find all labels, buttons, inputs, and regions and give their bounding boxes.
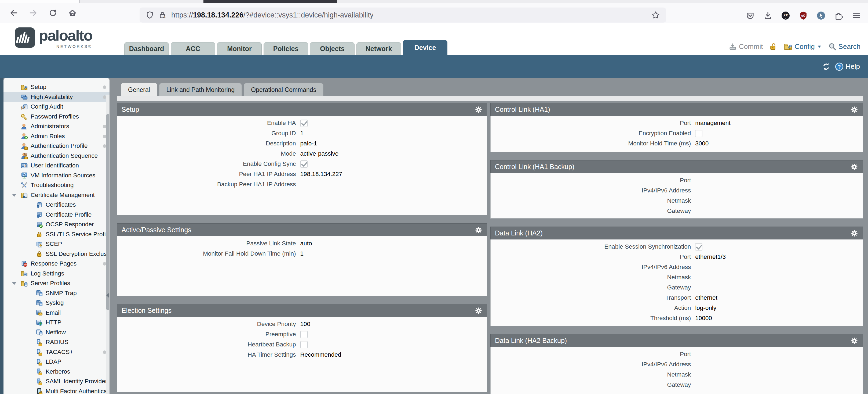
nav-tab-monitor[interactable]: Monitor bbox=[217, 42, 262, 55]
field-row: IPv4/IPv6 Address bbox=[491, 186, 863, 196]
sidebar-scrollbar-thumb[interactable] bbox=[106, 114, 109, 310]
sidebar-item-ocsp-responder[interactable]: OCSP Responder bbox=[3, 220, 110, 229]
field-label: Port bbox=[491, 253, 695, 260]
field-label: IPv4/IPv6 Address bbox=[491, 361, 695, 368]
gear-icon[interactable] bbox=[474, 307, 483, 315]
gear-icon[interactable] bbox=[474, 226, 483, 234]
field-row: Heartbeat Backup bbox=[117, 339, 487, 350]
lock-warning-icon[interactable]: ! bbox=[158, 11, 167, 19]
sidebar-item-netflow[interactable]: Netflow bbox=[3, 328, 110, 338]
ublock-icon[interactable]: uO bbox=[799, 11, 808, 20]
sidebar-item-certificate-profile[interactable]: Certificate Profile bbox=[3, 210, 110, 220]
panel-setup: SetupEnable HAGroup ID1Descriptionpalo-1… bbox=[117, 103, 487, 215]
gear-icon[interactable] bbox=[850, 163, 858, 171]
gear-icon[interactable] bbox=[850, 337, 858, 345]
sidebar-collapse-arrow[interactable] bbox=[106, 293, 109, 298]
home-icon[interactable] bbox=[67, 7, 78, 19]
sidebar-item-snmp-trap[interactable]: SNMP Trap bbox=[3, 288, 110, 298]
sidebar-item-user-identification[interactable]: User Identification bbox=[3, 161, 110, 171]
gear-icon[interactable] bbox=[850, 106, 858, 114]
sidebar-item-syslog[interactable]: Syslog bbox=[3, 298, 110, 308]
gear-icon[interactable] bbox=[474, 106, 483, 114]
tree-expander-icon[interactable] bbox=[12, 282, 17, 285]
field-label: Gateway bbox=[491, 382, 695, 388]
sidebar-item-certificates[interactable]: Certificates bbox=[3, 200, 110, 210]
content-tab-link-and-path-monitoring[interactable]: Link and Path Monitoring bbox=[159, 83, 242, 96]
pocket-icon[interactable] bbox=[746, 11, 755, 20]
nav-tab-objects[interactable]: Objects bbox=[310, 42, 354, 55]
sidebar-item-ldap[interactable]: LDAP bbox=[3, 357, 110, 367]
checkbox-enable-config-sync[interactable] bbox=[300, 161, 308, 168]
bookmark-star-icon[interactable] bbox=[651, 10, 660, 20]
sidebar-item-password-profiles[interactable]: Password Profiles bbox=[3, 112, 110, 122]
audit-icon bbox=[21, 103, 28, 110]
sidebar-item-saml-identity-provider[interactable]: SAML Identity Provider bbox=[3, 376, 110, 387]
main-pane: GeneralLink and Path MonitoringOperation… bbox=[117, 78, 863, 394]
sidebar-item-log-settings[interactable]: Log Settings bbox=[3, 269, 110, 279]
commit-icon bbox=[729, 43, 737, 51]
sidebar-item-server-profiles[interactable]: Server Profiles bbox=[3, 278, 110, 288]
sidebar-item-authentication-profile[interactable]: Authentication Profile bbox=[3, 141, 110, 151]
download-icon[interactable] bbox=[763, 11, 772, 20]
sidebar-item-label: Certificate Management bbox=[31, 192, 95, 199]
field-row: IPv4/IPv6 Address bbox=[491, 262, 863, 272]
field-value: ethernet bbox=[695, 294, 717, 301]
nav-tab-network[interactable]: Network bbox=[356, 42, 401, 55]
sidebar-item-http[interactable]: HTTP bbox=[3, 318, 110, 328]
url-bar[interactable]: ! https://198.18.134.226/?#device::vsys1… bbox=[140, 7, 666, 23]
checkbox-enable-ha[interactable] bbox=[300, 120, 308, 127]
checkbox-preemptive[interactable] bbox=[300, 331, 308, 338]
sidebar-item-admin-roles[interactable]: Admin Roles bbox=[3, 132, 110, 141]
checkbox-heartbeat-backup[interactable] bbox=[300, 341, 308, 348]
sidebar-item-kerberos[interactable]: Kerberos bbox=[3, 367, 110, 377]
tree-expander-icon[interactable] bbox=[12, 194, 17, 197]
nav-tab-dashboard[interactable]: Dashboard bbox=[124, 42, 169, 55]
sidebar-item-troubleshooting[interactable]: Troubleshooting bbox=[3, 180, 110, 190]
back-icon[interactable] bbox=[8, 7, 19, 19]
permissions-shield-icon[interactable] bbox=[146, 11, 154, 19]
sidebar-item-tacacs-[interactable]: TACACS+ bbox=[3, 347, 110, 357]
checkbox-encryption-enabled[interactable] bbox=[695, 130, 703, 137]
nav-tab-policies[interactable]: Policies bbox=[264, 42, 308, 55]
field-value: 198.18.134.227 bbox=[300, 171, 342, 178]
field-label: Enable Config Sync bbox=[117, 161, 300, 167]
config-menu-button[interactable]: Config bbox=[784, 42, 822, 51]
sidebar-item-certificate-management[interactable]: Certificate Management bbox=[3, 190, 110, 200]
nav-tab-acc[interactable]: ACC bbox=[171, 42, 215, 55]
sidebar-item-radius[interactable]: RADIUS bbox=[3, 337, 110, 347]
checkbox-enable-session-synchronization[interactable] bbox=[695, 243, 703, 251]
extension-dark-icon[interactable]: XXx bbox=[781, 11, 790, 20]
panel-body: Enable Session SynchronizationPortethern… bbox=[490, 240, 863, 326]
gear-icon[interactable] bbox=[850, 229, 858, 237]
puzzle-icon[interactable] bbox=[834, 11, 843, 20]
sidebar-item-config-audit[interactable]: Config Audit bbox=[3, 102, 110, 112]
sidebar-item-email[interactable]: Email bbox=[3, 308, 110, 318]
search-button[interactable]: Search bbox=[828, 43, 861, 51]
sidebar-item-setup[interactable]: Setup bbox=[3, 82, 110, 92]
content-tab-general[interactable]: General bbox=[121, 83, 157, 96]
nav-tab-device[interactable]: Device bbox=[403, 40, 447, 55]
lock-button[interactable] bbox=[769, 43, 777, 51]
reload-icon[interactable] bbox=[47, 7, 59, 19]
sidebar-item-multi-factor-authentication[interactable]: Multi Factor Authentication bbox=[3, 387, 110, 394]
forward-icon[interactable] bbox=[28, 7, 39, 19]
refresh-icon[interactable] bbox=[822, 63, 830, 71]
field-row: Enable Session Synchronization bbox=[491, 242, 863, 252]
sidebar-item-administrators[interactable]: Administrators bbox=[3, 121, 110, 132]
cursor-extension-icon[interactable] bbox=[816, 11, 826, 20]
menu-icon[interactable] bbox=[852, 11, 861, 20]
sidebar-item-ssl-tls-service-profile[interactable]: SSL/TLS Service Profile bbox=[3, 229, 110, 240]
help-button[interactable]: ? Help bbox=[835, 62, 860, 71]
sidebar-item-ssl-decryption-exclusion[interactable]: SSL Decryption Exclusion bbox=[3, 249, 110, 259]
sidebar-item-high-availability[interactable]: High Availability bbox=[3, 92, 110, 102]
commit-button[interactable]: Commit bbox=[729, 43, 763, 51]
sidebar-scrollbar-track[interactable] bbox=[106, 94, 110, 394]
content-tab-operational-commands[interactable]: Operational Commands bbox=[244, 83, 323, 96]
field-label: Passive Link State bbox=[117, 240, 300, 247]
sidebar-item-authentication-sequence[interactable]: 123Authentication Sequence bbox=[3, 151, 110, 161]
sidebar-item-scep[interactable]: SCEP bbox=[3, 239, 110, 249]
sidebar-item-vm-information-sources[interactable]: VM Information Sources bbox=[3, 171, 110, 180]
brand-name: paloalto bbox=[39, 27, 92, 44]
sidebar-item-response-pages[interactable]: Response Pages bbox=[3, 259, 110, 269]
field-label: Netmask bbox=[491, 274, 695, 281]
